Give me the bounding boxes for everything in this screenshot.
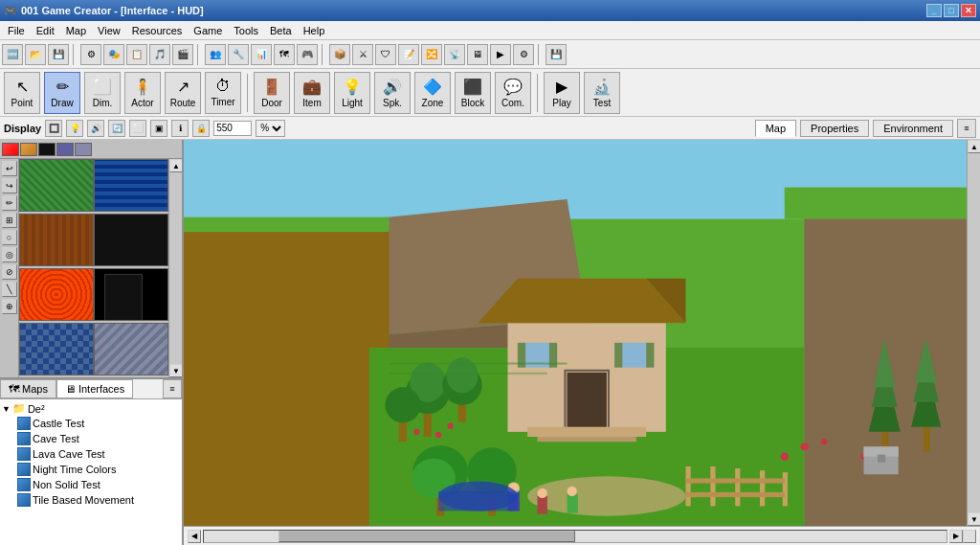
menu-edit[interactable]: Edit	[31, 23, 60, 38]
display-btn-6[interactable]: ▣	[150, 120, 167, 137]
tool-door[interactable]: 🚪 Door	[254, 72, 290, 114]
side-tool-1[interactable]: ↩	[2, 161, 17, 176]
tree-tab-interfaces[interactable]: 🖥 Interfaces	[56, 379, 133, 398]
texture-cell-1[interactable]	[19, 159, 94, 212]
side-tool-9[interactable]: ⊕	[2, 299, 17, 314]
display-btn-5[interactable]: ⬜	[129, 120, 146, 137]
toolbar-btn-10[interactable]: 🎮	[297, 44, 318, 65]
texture-cell-7[interactable]	[19, 323, 94, 375]
swatch-red[interactable]	[2, 143, 19, 156]
display-zoom-select[interactable]: %	[256, 120, 285, 137]
swatch-purple[interactable]	[56, 143, 74, 156]
tool-timer[interactable]: ⏱ Timer	[205, 72, 241, 114]
tree-item-nonsolid[interactable]: Non Solid Test	[2, 477, 180, 492]
toolbar-btn-17[interactable]: 🖥	[467, 44, 488, 65]
side-tool-6[interactable]: ◎	[2, 247, 17, 262]
toolbar-btn-20[interactable]: 💾	[546, 44, 567, 65]
texture-scroll-up[interactable]: ▲	[169, 159, 182, 172]
menu-game[interactable]: Game	[188, 23, 228, 38]
display-btn-2[interactable]: 💡	[66, 120, 83, 137]
toolbar-btn-12[interactable]: ⚔	[352, 44, 373, 65]
tree-item-cave[interactable]: Cave Test	[2, 431, 180, 446]
tree-item-tilebased[interactable]: Tile Based Movement	[2, 492, 180, 508]
display-btn-4[interactable]: 🔄	[108, 120, 125, 137]
tree-item-nighttime[interactable]: Night Time Colors	[2, 462, 180, 477]
canvas-area[interactable]: ▲ ▼	[184, 140, 980, 526]
menu-view[interactable]: View	[92, 23, 126, 38]
texture-cell-6[interactable]	[94, 268, 168, 321]
texture-cell-8[interactable]	[94, 323, 168, 375]
maximize-button[interactable]: □	[944, 4, 959, 17]
toolbar-btn-3[interactable]: 📋	[126, 44, 147, 65]
tool-point[interactable]: ↖ Point	[4, 72, 40, 114]
tree-item-castle[interactable]: Castle Test	[2, 416, 180, 431]
side-tool-3[interactable]: ✏	[2, 195, 17, 211]
tool-com[interactable]: 💬 Com.	[495, 72, 531, 114]
texture-scroll-down[interactable]: ▼	[169, 364, 182, 377]
menu-help[interactable]: Help	[298, 23, 331, 38]
tool-dim[interactable]: ⬜ Dim.	[84, 72, 121, 114]
close-button[interactable]: ✕	[961, 4, 976, 17]
menu-beta[interactable]: Beta	[264, 23, 298, 38]
toolbar-btn-7[interactable]: 🔧	[228, 44, 249, 65]
status-scrollbar[interactable]	[203, 530, 947, 543]
display-btn-8[interactable]: 🔒	[192, 120, 210, 137]
display-extra-btn[interactable]: ≡	[957, 119, 976, 138]
tool-actor[interactable]: 🧍 Actor	[124, 72, 161, 114]
display-btn-3[interactable]: 🔊	[87, 120, 104, 137]
toolbar-btn-19[interactable]: ⚙	[513, 44, 534, 65]
tool-play[interactable]: ▶ Play	[544, 72, 580, 114]
tool-zone[interactable]: 🔷 Zone	[414, 72, 451, 114]
toolbar-btn-6[interactable]: 👥	[205, 44, 226, 65]
display-btn-7[interactable]: ℹ	[171, 120, 189, 137]
texture-cell-2[interactable]	[94, 159, 168, 212]
canvas-scroll-down[interactable]: ▼	[968, 512, 980, 526]
toolbar-btn-15[interactable]: 🔀	[421, 44, 442, 65]
tool-block[interactable]: ⬛ Block	[455, 72, 491, 114]
display-zoom-input[interactable]	[213, 121, 252, 136]
toolbar-btn-9[interactable]: 🗺	[274, 44, 295, 65]
tree-item-lava[interactable]: Lava Cave Test	[2, 446, 180, 462]
minimize-button[interactable]: _	[926, 4, 942, 17]
side-tool-8[interactable]: ╲	[2, 282, 17, 297]
side-tool-7[interactable]: ⊘	[2, 264, 17, 280]
texture-cell-3[interactable]	[19, 214, 94, 266]
status-scroll-left[interactable]: ◀	[188, 530, 201, 543]
display-tab-map[interactable]: Map	[755, 120, 796, 137]
menu-resources[interactable]: Resources	[126, 23, 189, 38]
toolbar-btn-13[interactable]: 🛡	[375, 44, 396, 65]
tree-tab-maps[interactable]: 🗺 Maps	[0, 379, 56, 398]
swatch-blue-gray[interactable]	[75, 143, 92, 156]
toolbar-btn-8[interactable]: 📊	[251, 44, 272, 65]
canvas-scroll-track[interactable]	[968, 153, 980, 512]
menu-file[interactable]: File	[2, 23, 31, 38]
texture-cell-4[interactable]	[94, 214, 168, 266]
display-tab-environment[interactable]: Environment	[873, 120, 953, 137]
swatch-dark[interactable]	[38, 143, 56, 156]
texture-cell-5[interactable]	[19, 268, 94, 321]
tool-draw[interactable]: ✏ Draw	[44, 72, 80, 114]
toolbar-btn-2[interactable]: 🎭	[103, 44, 124, 65]
tool-route[interactable]: ↗ Route	[165, 72, 201, 114]
canvas-scroll-up[interactable]: ▲	[968, 140, 980, 153]
display-tab-properties[interactable]: Properties	[800, 120, 869, 137]
toolbar-save[interactable]: 💾	[48, 44, 69, 65]
toolbar-btn-18[interactable]: ▶	[490, 44, 511, 65]
toolbar-btn-16[interactable]: 📡	[444, 44, 465, 65]
menu-map[interactable]: Map	[60, 23, 92, 38]
menu-tools[interactable]: Tools	[228, 23, 264, 38]
tool-item[interactable]: 💼 Item	[294, 72, 330, 114]
tool-light[interactable]: 💡 Light	[334, 72, 370, 114]
tree-root[interactable]: ▼ 📁 De²	[2, 401, 180, 416]
toolbar-btn-5[interactable]: 🎬	[172, 44, 193, 65]
texture-scroll-track[interactable]	[169, 172, 182, 364]
side-tool-2[interactable]: ↪	[2, 178, 17, 193]
display-btn-1[interactable]: 🔲	[45, 120, 62, 137]
side-tool-4[interactable]: ⊞	[2, 213, 17, 228]
toolbar-btn-14[interactable]: 📝	[398, 44, 419, 65]
toolbar-btn-1[interactable]: ⚙	[80, 44, 101, 65]
status-scroll-right[interactable]: ▶	[949, 530, 963, 543]
toolbar-btn-4[interactable]: 🎵	[149, 44, 170, 65]
tool-test[interactable]: 🔬 Test	[584, 72, 620, 114]
toolbar-new[interactable]: 🆕	[2, 44, 23, 65]
